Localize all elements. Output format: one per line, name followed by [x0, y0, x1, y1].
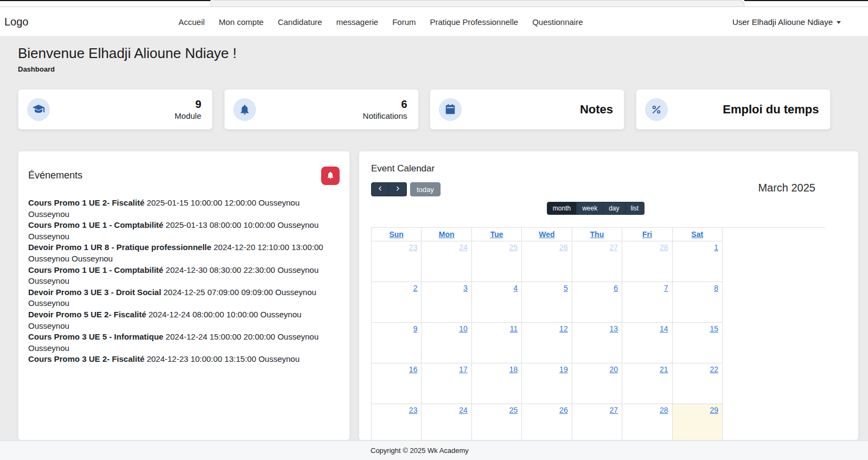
calendar-date-link[interactable]: 9: [413, 324, 418, 333]
calendar-date-link[interactable]: 15: [710, 324, 718, 333]
calendar-date-link[interactable]: 23: [409, 243, 418, 252]
day-header-thu[interactable]: Thu: [590, 230, 604, 239]
day-header-sat[interactable]: Sat: [691, 230, 703, 239]
stat-label: Module: [175, 111, 201, 121]
events-notifications-button[interactable]: [321, 167, 340, 185]
calendar-today-button[interactable]: today: [410, 182, 441, 196]
nav-link-mon-compte[interactable]: Mon compte: [219, 17, 264, 27]
calendar-day-cell: 23: [372, 404, 422, 441]
stat-card-text: Emploi du temps: [723, 103, 819, 117]
calendar-day-cell: 11: [471, 323, 521, 363]
calendar-date-link[interactable]: 25: [509, 243, 518, 252]
caret-down-icon: [837, 21, 841, 24]
calendar-day-header-cell: Wed: [522, 228, 572, 241]
calendar-view-month-button[interactable]: month: [547, 202, 577, 215]
calendar-date-link[interactable]: 28: [660, 243, 668, 252]
calendar-view-day-button[interactable]: day: [603, 202, 625, 215]
calendar-date-link[interactable]: 14: [660, 324, 668, 333]
navbar: Logo AccueilMon compteCandidaturemessage…: [0, 7, 868, 37]
calendar-date-link[interactable]: 22: [710, 365, 718, 374]
chevron-right-icon: [394, 185, 401, 194]
stat-title: Emploi du temps: [723, 103, 819, 117]
calendar-date-link[interactable]: 8: [714, 284, 718, 292]
nav-link-messagerie[interactable]: messagerie: [336, 17, 379, 27]
calendar-view-list-button[interactable]: list: [626, 202, 645, 215]
calendar-date-link[interactable]: 3: [463, 284, 468, 292]
calendar-date-link[interactable]: 1: [714, 243, 718, 252]
calendar-day-cell: 3: [422, 282, 471, 323]
calendar-date-link[interactable]: 11: [510, 324, 518, 333]
event-name: Cours Promo 1 UE 1 - Comptabilité: [28, 265, 163, 274]
stat-card-emploi-du-temps[interactable]: Emploi du temps: [636, 89, 831, 130]
calendar-date-link[interactable]: 5: [564, 284, 568, 292]
calendar-date-link[interactable]: 26: [559, 406, 568, 414]
calendar-date-link[interactable]: 29: [710, 406, 718, 414]
calendar-date-link[interactable]: 21: [660, 365, 668, 374]
calendar-date-link[interactable]: 17: [459, 365, 468, 374]
day-header-wed[interactable]: Wed: [539, 230, 554, 239]
calendar-table: SunMonTueWedThuFriSat 232425262728123456…: [371, 227, 723, 440]
event-name: Devoir Promo 5 UE 2- Fiscalité: [28, 310, 146, 319]
calendar-day-cell: 25: [471, 404, 521, 441]
nav-link-candidature[interactable]: Candidature: [278, 17, 322, 27]
browser-tab-remnant: [210, 0, 744, 7]
day-header-tue[interactable]: Tue: [490, 230, 503, 239]
calendar-date-link[interactable]: 28: [660, 406, 668, 414]
calendar-day-cell: 8: [672, 282, 722, 323]
calendar-date-link[interactable]: 18: [509, 365, 518, 374]
stat-card-notes[interactable]: Notes: [430, 89, 624, 130]
page-title: Bienvenue Elhadji Alioune Ndiaye !: [18, 45, 237, 62]
calendar-date-link[interactable]: 4: [513, 284, 518, 292]
event-item: Cours Promo 1 UE 1 - Comptabilité 2025-0…: [28, 220, 340, 242]
calendar-date-link[interactable]: 27: [610, 243, 618, 252]
calendar-date-link[interactable]: 25: [509, 406, 518, 414]
day-header-fri[interactable]: Fri: [642, 230, 652, 239]
calendar-date-link[interactable]: 10: [459, 324, 468, 333]
calendar-date-link[interactable]: 16: [409, 365, 418, 374]
calendar-day-cell: 24: [422, 241, 471, 282]
calendar-day-header-cell: Tue: [471, 228, 521, 241]
calendar-day-cell: 27: [572, 404, 622, 441]
calendar-date-link[interactable]: 26: [559, 243, 568, 252]
nav-link-accueil[interactable]: Accueil: [178, 17, 205, 27]
stat-title: Notes: [580, 103, 613, 117]
calendar-panel-title: Event Calendar: [371, 163, 846, 174]
calendar-date-link[interactable]: 19: [559, 365, 568, 374]
event-name: Cours Promo 1 UE 2- Fiscalité: [28, 198, 144, 207]
calendar-prev-button[interactable]: [371, 182, 389, 196]
calendar-week-row: 9101112131415: [372, 323, 723, 363]
event-name: Cours Promo 3 UE 5 - Informatique: [28, 332, 163, 341]
calendar-date-link[interactable]: 12: [559, 324, 568, 333]
calendar-day-cell: 23: [372, 241, 422, 282]
calendar-date-link[interactable]: 23: [409, 406, 418, 414]
user-menu-dropdown[interactable]: User Elhadji Alioune Ndiaye: [732, 7, 841, 37]
calendar-date-link[interactable]: 20: [610, 365, 618, 374]
calendar-day-cell: 25: [471, 241, 521, 282]
events-panel: Événements Cours Promo 1 UE 2- Fiscalité…: [18, 151, 350, 440]
calendar-date-link[interactable]: 2: [413, 284, 418, 292]
nav-link-forum[interactable]: Forum: [392, 17, 416, 27]
calendar-month-title: March 2025: [758, 182, 815, 194]
calendar-date-link[interactable]: 27: [610, 406, 618, 414]
calendar-day-header-cell: Sat: [672, 228, 722, 241]
event-list: Cours Promo 1 UE 2- Fiscalité 2025-01-15…: [28, 197, 340, 366]
logo[interactable]: Logo: [4, 7, 29, 37]
calendar-grid-wrap: SunMonTueWedThuFriSat 232425262728123456…: [371, 227, 846, 440]
nav-link-pratique-professionnelle[interactable]: Pratique Professionnelle: [430, 17, 519, 27]
calendar-day-cell: 26: [522, 404, 572, 441]
calendar-date-link[interactable]: 13: [610, 324, 618, 333]
day-header-sun[interactable]: Sun: [389, 230, 403, 239]
calendar-date-link[interactable]: 7: [664, 284, 668, 292]
stat-card-module: 9Module: [18, 89, 213, 130]
calendar-date-link[interactable]: 24: [459, 243, 468, 252]
calendar-week-row: 2345678: [372, 282, 723, 323]
calendar-day-cell: 17: [422, 363, 471, 404]
calendar-day-cell: 24: [422, 404, 471, 441]
day-header-mon[interactable]: Mon: [439, 230, 455, 239]
calendar-day-cell: 27: [572, 241, 622, 282]
calendar-next-button[interactable]: [389, 182, 407, 196]
calendar-view-week-button[interactable]: week: [577, 202, 603, 215]
nav-link-questionnaire[interactable]: Questionnaire: [532, 17, 583, 27]
calendar-date-link[interactable]: 6: [614, 284, 618, 292]
calendar-date-link[interactable]: 24: [459, 406, 468, 414]
